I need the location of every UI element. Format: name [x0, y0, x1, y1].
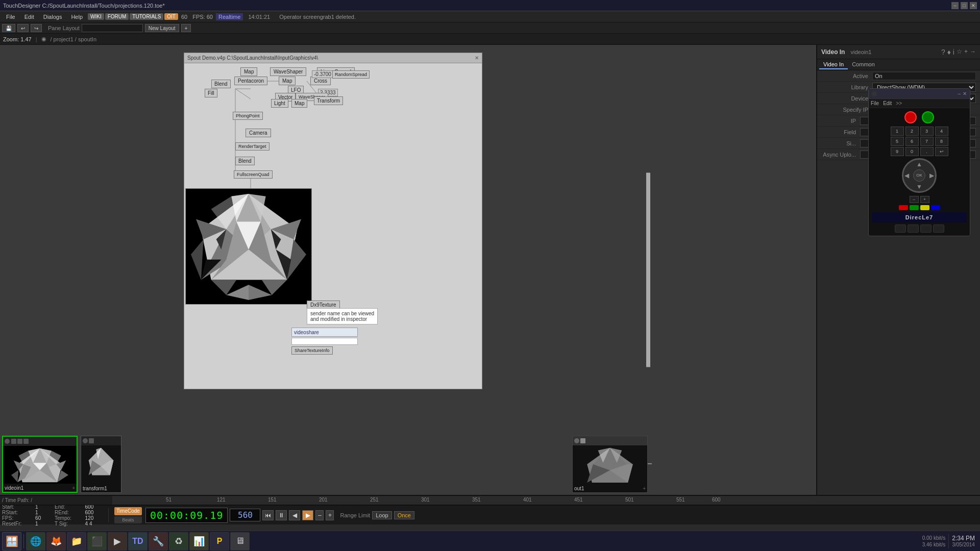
play-button[interactable]: ▶ — [302, 510, 313, 520]
app-media[interactable]: ▶ — [108, 532, 127, 550]
app-firefox[interactable]: 🦊 — [46, 532, 66, 550]
menu-file[interactable]: File — [2, 13, 19, 21]
pane-layout-input[interactable] — [82, 24, 143, 32]
num-0[interactable]: 0 — [905, 147, 919, 156]
forum-badge[interactable]: FORUM — [105, 13, 129, 20]
goto-start-button[interactable]: ⏮ — [262, 510, 274, 520]
once-button[interactable]: Once — [394, 511, 414, 519]
power-button[interactable] — [904, 111, 917, 123]
videoshare-field[interactable]: videoshare — [291, 328, 358, 337]
panel-help-icon[interactable]: ♦ — [947, 48, 951, 56]
nav-down[interactable]: ▼ — [916, 183, 922, 190]
panel-bookmark-icon[interactable]: ☆ — [957, 48, 962, 56]
menu-dialogs[interactable]: Dialogs — [39, 13, 66, 21]
graph-close-icon[interactable]: ✕ — [475, 55, 479, 61]
node-editor[interactable]: videoin1 + transform1 — [0, 45, 817, 495]
led-button[interactable] — [922, 111, 934, 123]
new-layout-plus-button[interactable]: + — [181, 24, 191, 32]
play-minus-button[interactable]: – — [315, 510, 324, 520]
transform-thumb[interactable]: transform1 — [81, 436, 121, 493]
pause-button[interactable]: ⏸ — [276, 510, 287, 520]
play-plus-button[interactable]: + — [326, 510, 334, 520]
out-plus[interactable]: + — [643, 486, 646, 491]
node-sharetextureinfo[interactable]: ShareTextureInfo — [291, 346, 333, 355]
new-layout-button[interactable]: New Layout — [145, 24, 179, 32]
remote-window-controls[interactable]: – ✕ — [958, 91, 967, 96]
remote-edit-menu[interactable]: Edit — [883, 101, 892, 106]
remote-arrow-menu[interactable]: >> — [896, 101, 902, 106]
tab-common[interactable]: Common — [848, 60, 879, 69]
nav-left[interactable]: ◀ — [904, 172, 909, 179]
breadcrumb[interactable]: / project1 / spoutIn — [51, 36, 97, 42]
node-transform[interactable]: Transform — [314, 96, 343, 105]
app-task-4[interactable]: P — [210, 532, 229, 550]
remote-title-bar[interactable]: – ✕ — [869, 89, 970, 99]
panel-arrow-icon[interactable]: → — [970, 48, 976, 56]
node-blend1[interactable]: Blend — [211, 80, 231, 88]
num-6[interactable]: 6 — [905, 137, 919, 146]
node-map1[interactable]: Map — [240, 67, 257, 76]
close-button[interactable]: ✕ — [970, 2, 977, 9]
app-task-5[interactable]: 🖥 — [230, 532, 250, 550]
node-light[interactable]: Light — [271, 99, 288, 108]
node-map2[interactable]: Map — [279, 77, 296, 85]
color-btn-green[interactable] — [910, 205, 919, 210]
num-2[interactable]: 2 — [905, 127, 919, 136]
redo-button[interactable]: ↪ — [31, 24, 42, 32]
window-controls[interactable]: – □ ✕ — [951, 2, 977, 9]
nav-up[interactable]: ▲ — [916, 161, 922, 168]
node-graph-title[interactable]: Spout Demo.v4p C:\SpoutLaunchInstall\Inp… — [184, 53, 482, 63]
color-btn-red[interactable] — [899, 205, 908, 210]
num-7[interactable]: 7 — [920, 137, 934, 146]
node-graph-content[interactable]: Map WaveShaper LinearSpread Blend Pentac… — [184, 63, 482, 389]
tab-videoin[interactable]: Video In — [819, 60, 848, 69]
timeline-ruler[interactable]: 51 121 151 201 251 301 351 401 451 501 5… — [0, 495, 980, 505]
wiki-badge[interactable]: WIKI — [88, 13, 104, 20]
remote-icon-2[interactable] — [908, 224, 919, 233]
panel-question-icon[interactable]: ? — [941, 48, 945, 56]
beats-mode-btn[interactable]: Beats — [114, 516, 142, 523]
nav-outer[interactable]: ▲ ▼ ◀ ▶ OK — [902, 158, 937, 193]
maximize-button[interactable]: □ — [961, 2, 968, 9]
app-task-3[interactable]: 📊 — [189, 532, 209, 550]
tutorials-badge[interactable]: TUTORIALS — [130, 13, 163, 20]
color-btn-yellow[interactable] — [920, 205, 929, 210]
save-button[interactable]: 💾 — [2, 24, 15, 32]
menu-edit[interactable]: Edit — [20, 13, 38, 21]
loop-button[interactable]: Loop — [372, 511, 391, 519]
node-phongpoint[interactable]: PhongPoint — [233, 112, 263, 120]
panel-add-icon[interactable]: + — [964, 48, 968, 56]
remote-icon-3[interactable] — [920, 224, 932, 233]
out1-thumb[interactable]: out1 + — [572, 436, 648, 493]
app-task-1[interactable]: 🔧 — [149, 532, 168, 550]
thumb-plus[interactable]: + — [72, 485, 75, 491]
nav-right[interactable]: ▶ — [929, 172, 934, 179]
color-btn-blue[interactable] — [931, 205, 940, 210]
start-button[interactable]: 🪟 — [2, 532, 21, 550]
remote-icon-1[interactable] — [895, 224, 906, 233]
videoshare-input[interactable] — [291, 338, 358, 345]
num-5[interactable]: 5 — [891, 137, 904, 146]
num-dot[interactable]: . — [920, 147, 934, 156]
step-back-button[interactable]: ◀ — [289, 510, 300, 520]
undo-button[interactable]: ↩ — [17, 24, 29, 32]
node-randomspread[interactable]: RandomSpread — [332, 70, 370, 79]
num-4[interactable]: 4 — [935, 127, 948, 136]
ok-button[interactable]: OK — [913, 169, 925, 182]
node-fullscreenquad[interactable]: FullscreenQuad — [234, 170, 273, 179]
realtime-badge[interactable]: Realtime — [216, 13, 243, 20]
panel-info-icon[interactable]: i — [953, 48, 954, 56]
app-cmd[interactable]: ⬛ — [87, 532, 107, 550]
remote-icon-4[interactable] — [933, 224, 944, 233]
app-chrome[interactable]: 🌐 — [26, 532, 45, 550]
remote-minimize[interactable]: – — [958, 91, 961, 96]
node-fill[interactable]: Fill — [205, 89, 217, 97]
timecode-mode-btn[interactable]: TimeCode — [114, 507, 142, 515]
node-map3[interactable]: Map — [291, 99, 307, 108]
node-rendertarget[interactable]: RenderTarget — [235, 142, 270, 151]
node-waveshaper1[interactable]: WaveShaper — [270, 67, 306, 76]
app-task-2[interactable]: ♻ — [169, 532, 188, 550]
node-camera[interactable]: Camera — [246, 129, 271, 137]
videoin-thumb[interactable]: videoin1 + — [2, 436, 78, 493]
app-files[interactable]: 📁 — [67, 532, 86, 550]
